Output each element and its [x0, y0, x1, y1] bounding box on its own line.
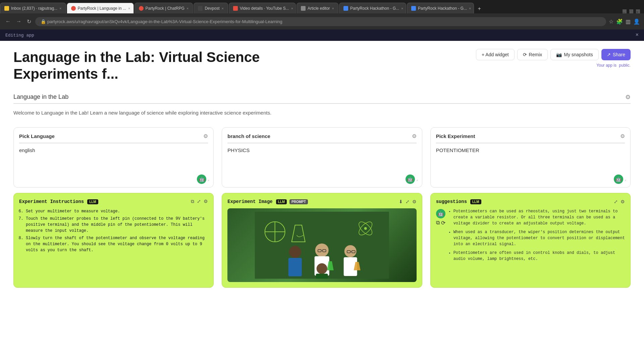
- tab-chatrpg[interactable]: PartyRock | ChatRPG ×: [135, 3, 193, 13]
- suggestions-header: suggestions LLM ⤢ ⚙: [436, 199, 625, 204]
- app-name-input[interactable]: [13, 91, 631, 104]
- suggestions-widget: suggestions LLM ⤢ ⚙ 🤖 ⧉ ⟳ Potentiom: [430, 193, 631, 288]
- tab-favicon-youtube: [233, 6, 238, 11]
- suggestion-item-1: Potentiometers can be used as rheostats,…: [453, 208, 625, 226]
- tab-label-partyrock: PartyRock | Language in ...: [78, 6, 126, 11]
- tab-favicon-article: [301, 6, 306, 11]
- address-bar[interactable]: 🔒 partyrock.aws/u/raghavrajput/anSkQv4vk…: [35, 17, 606, 26]
- pick-language-footer: 🤖 ⌟: [197, 175, 209, 184]
- pick-language-widget: Pick Language ⚙ english 🤖 ⌟: [13, 127, 214, 188]
- snapshots-button[interactable]: 📷 My snapshots: [550, 49, 598, 60]
- download-icon[interactable]: ⬇: [399, 199, 403, 204]
- branch-of-science-title: branch of science: [227, 133, 270, 139]
- url-text: partyrock.aws/u/raghavrajput/anSkQv4vk/L…: [47, 19, 282, 24]
- suggestions-title-group: suggestions LLM: [436, 199, 481, 204]
- tab-close-hackathon1[interactable]: ×: [401, 6, 403, 10]
- copy-icon[interactable]: ⧉: [191, 199, 194, 204]
- tab-close-chatrpg[interactable]: ×: [186, 6, 189, 10]
- experiment-image-prompt-badge: PROMPT: [289, 199, 308, 204]
- suggestions-llm-badge: LLM: [470, 199, 481, 204]
- pick-experiment-title: Pick Experiment: [436, 133, 475, 139]
- experiment-image-actions: ⬇ ⤢ ⚙: [399, 199, 417, 204]
- tab-label-article: Article editor: [308, 6, 330, 11]
- instruction-step-8: Slowly turn the shaft of the potentiomet…: [26, 235, 208, 253]
- window-maximize[interactable]: □: [629, 9, 633, 13]
- branch-of-science-header: branch of science ⚙: [227, 133, 416, 143]
- pick-experiment-settings-icon[interactable]: ⚙: [620, 133, 625, 139]
- experiment-image-placeholder: [227, 208, 416, 282]
- tab-partyrock-active[interactable]: PartyRock | Language in ... ×: [67, 3, 134, 13]
- experiment-image-title-group: Experiment Image LLM PROMPT: [227, 199, 308, 204]
- svg-point-14: [317, 263, 327, 274]
- tab-favicon-devpost: [198, 6, 203, 11]
- branch-of-science-footer: 🤖 ⌟: [406, 175, 418, 184]
- experiment-instructions-llm-badge: LLM: [87, 199, 98, 204]
- tab-close-gmail[interactable]: ×: [59, 6, 61, 10]
- experiment-instructions-title: Experiment Instructions: [19, 199, 84, 204]
- profile-icon[interactable]: 👤: [633, 18, 640, 25]
- tab-close-youtube[interactable]: ×: [291, 6, 293, 10]
- branch-of-science-resize[interactable]: ⌟: [416, 178, 418, 181]
- window-minimize[interactable]: –: [623, 9, 627, 13]
- forward-button[interactable]: →: [15, 17, 23, 26]
- llm-widgets-row: Experiment Instructions LLM ⧉ ⤢ ⚙ Set yo…: [0, 188, 644, 288]
- svg-point-18: [364, 227, 367, 230]
- share-button[interactable]: ↗ ↗ Share Share: [601, 49, 631, 60]
- refresh-suggestion-icon[interactable]: ⟳: [441, 220, 445, 226]
- pick-experiment-resize[interactable]: ⌟: [625, 178, 626, 181]
- pick-experiment-header: Pick Experiment ⚙: [436, 133, 625, 143]
- back-button[interactable]: ←: [4, 17, 12, 26]
- remix-button[interactable]: ⟳ ⟳ Remix Remix: [517, 49, 548, 60]
- suggestion-item-3: Potentiometers are often used in control…: [453, 250, 625, 262]
- tab-hackathon2[interactable]: PartyRock Hackathon - G... ×: [407, 3, 474, 13]
- svg-rect-15: [316, 274, 328, 279]
- branch-of-science-settings-icon[interactable]: ⚙: [412, 133, 417, 139]
- expand-icon[interactable]: ⤢: [197, 199, 201, 204]
- expand-image-icon[interactable]: ⤢: [406, 199, 410, 204]
- copy-suggestion-icon[interactable]: ⧉: [436, 220, 440, 226]
- tab-gmail[interactable]: Inbox (2,837) · rajputrag... ×: [0, 3, 66, 13]
- tab-devpost[interactable]: Devpost ×: [194, 3, 228, 13]
- public-note: Your app is public.: [596, 63, 631, 68]
- tab-close-hackathon2[interactable]: ×: [469, 6, 471, 10]
- widgets-row: Pick Language ⚙ english 🤖 ⌟ branch of sc…: [0, 117, 644, 188]
- experiment-image-title: Experiment Image: [227, 199, 272, 204]
- suggestions-copy-refresh: ⧉ ⟳: [436, 220, 445, 226]
- pick-language-header: Pick Language ⚙: [19, 133, 208, 143]
- header-buttons: + Add widget ⟳ ⟳ Remix Remix 📷 My snapsh…: [476, 49, 631, 60]
- pick-language-resize[interactable]: ⌟: [208, 178, 209, 181]
- instruction-step-6: Set your multimeter to measure voltage.: [26, 208, 208, 214]
- pick-language-settings-icon[interactable]: ⚙: [203, 133, 208, 139]
- reload-button[interactable]: ↻: [25, 17, 33, 26]
- editing-bar: Editing app ×: [0, 29, 644, 41]
- tab-label-youtube: Video details · YouTube S...: [240, 6, 289, 11]
- camera-icon: 📷: [556, 52, 562, 57]
- experiment-image-llm-badge: LLM: [276, 199, 287, 204]
- editing-bar-close[interactable]: ×: [635, 32, 639, 38]
- app-header: Language in the Lab: Virtual Science Exp…: [0, 41, 644, 83]
- tab-hackathon1[interactable]: PartyRock Hackathon - G... ×: [339, 3, 406, 13]
- main-input-settings-icon[interactable]: ⚙: [625, 93, 631, 101]
- add-widget-button[interactable]: + Add widget: [476, 49, 515, 60]
- experiment-image-settings-icon[interactable]: ⚙: [412, 199, 417, 204]
- tab-article[interactable]: Article editor ×: [297, 3, 338, 13]
- instruction-step-7: Touch the multimeter probes to the left …: [26, 216, 208, 234]
- branch-of-science-robot-icon: 🤖: [406, 175, 415, 184]
- suggestions-settings-icon[interactable]: ⚙: [621, 199, 625, 204]
- extension-icon[interactable]: 🧩: [616, 18, 623, 25]
- browser-chrome: Inbox (2,837) · rajputrag... × PartyRock…: [0, 0, 644, 29]
- app-title: Language in the Lab: Virtual Science Exp…: [13, 49, 315, 83]
- tab-close-article[interactable]: ×: [332, 6, 334, 10]
- expand-suggestions-icon[interactable]: ⤢: [614, 199, 618, 204]
- tab-close-devpost[interactable]: ×: [221, 6, 223, 10]
- snapshots-label: My snapshots: [564, 52, 593, 57]
- new-tab-button[interactable]: +: [475, 4, 484, 13]
- suggestions-content-area: 🤖 ⧉ ⟳ Potentiometers can be used as rheo…: [436, 208, 625, 265]
- sidebar-icon[interactable]: ▥: [626, 18, 631, 25]
- tab-close-partyrock[interactable]: ×: [128, 6, 130, 10]
- experiment-instructions-settings-icon[interactable]: ⚙: [204, 199, 208, 204]
- window-close[interactable]: ×: [636, 9, 640, 13]
- tab-youtube[interactable]: Video details · YouTube S... ×: [229, 3, 296, 13]
- public-prefix: Your app is: [596, 63, 616, 68]
- bookmark-star-icon[interactable]: ☆: [609, 18, 613, 25]
